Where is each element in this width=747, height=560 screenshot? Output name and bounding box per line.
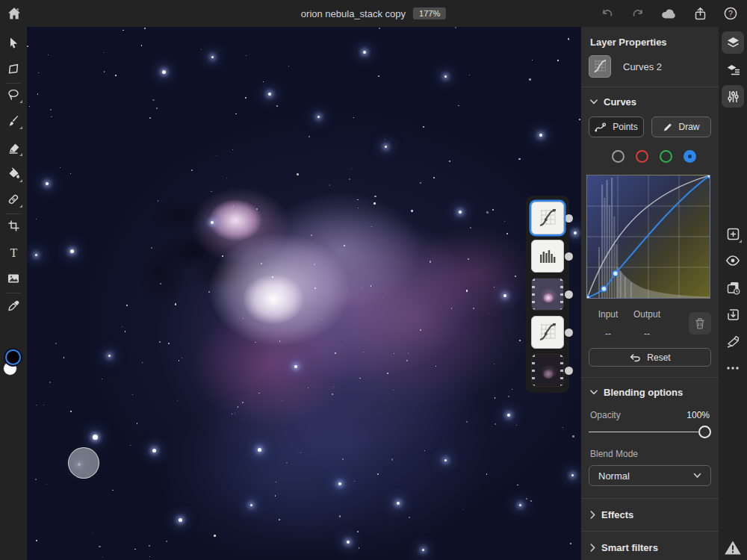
- eyedropper-tool[interactable]: [0, 294, 27, 317]
- trash-icon: [695, 318, 705, 329]
- delete-point-button[interactable]: [689, 312, 711, 335]
- draw-mode-button[interactable]: Draw: [651, 116, 711, 137]
- channel-red[interactable]: [636, 150, 648, 163]
- crop-tool[interactable]: [0, 214, 27, 237]
- redo-icon[interactable]: [630, 7, 645, 21]
- svg-text:?: ?: [728, 9, 733, 18]
- blend-mode-label: Blend Mode: [590, 449, 710, 459]
- taskbar: [719, 27, 747, 560]
- cloud-sync-icon[interactable]: [660, 5, 678, 22]
- adjustments-view-button[interactable]: [722, 85, 744, 108]
- lasso-select-tool[interactable]: [0, 84, 27, 106]
- layer-thumb-curves[interactable]: [531, 316, 564, 349]
- layer-handle[interactable]: [565, 252, 573, 261]
- duplicate-layer-button[interactable]: [722, 276, 744, 299]
- title-bar: orion nebula_stack copy 177% ?: [0, 0, 747, 27]
- svg-text:T: T: [10, 246, 17, 259]
- document-title: orion nebula_stack copy: [301, 8, 406, 19]
- photoshop-app: orion nebula_stack copy 177% ?: [0, 0, 747, 560]
- points-curve-icon: [595, 122, 607, 132]
- move-tool[interactable]: [0, 31, 27, 54]
- titlebar-actions: ?: [601, 0, 738, 27]
- opacity-value: 100%: [686, 410, 710, 420]
- star-field: [27, 27, 581, 560]
- curve-point[interactable]: [707, 175, 710, 178]
- curve-point[interactable]: [587, 295, 590, 298]
- layer-properties-panel: Layer Properties Curves 2 Curves Points …: [581, 27, 719, 560]
- layer-handle[interactable]: [565, 367, 573, 375]
- undo-icon[interactable]: [601, 7, 615, 21]
- smart-filters-section-header[interactable]: Smart filters: [589, 532, 711, 560]
- input-output-row: Input -- Output --: [589, 309, 711, 339]
- curve-point[interactable]: [613, 271, 618, 276]
- document-title-group: orion nebula_stack copy 177%: [301, 0, 446, 27]
- chevron-down-icon: [590, 99, 598, 105]
- fill-tool[interactable]: [0, 163, 27, 185]
- pencil-icon: [663, 122, 673, 132]
- reset-arrow-icon: [629, 353, 641, 362]
- place-image-tool[interactable]: [0, 267, 27, 290]
- output-readout: Output --: [627, 309, 666, 339]
- layer-handle[interactable]: [565, 214, 573, 223]
- more-options-button[interactable]: [722, 357, 744, 379]
- opacity-row: Opacity 100%: [590, 410, 710, 420]
- brush-tool[interactable]: [0, 110, 27, 132]
- reset-button[interactable]: Reset: [589, 348, 711, 367]
- curves-graph[interactable]: [586, 175, 710, 299]
- curve-point[interactable]: [601, 286, 607, 291]
- layer-strip: [526, 196, 569, 393]
- channel-blue-selected[interactable]: [684, 150, 696, 163]
- curves-mode-buttons: Points Draw: [589, 116, 711, 137]
- blend-mode-select[interactable]: Normal: [589, 465, 711, 486]
- layer-visibility-button[interactable]: [722, 249, 744, 272]
- healing-brush-tool[interactable]: [0, 188, 27, 211]
- document-canvas[interactable]: [27, 27, 581, 560]
- panel-title: Layer Properties: [589, 27, 711, 55]
- share-export-icon[interactable]: [693, 7, 707, 21]
- curves-section-header[interactable]: Curves: [589, 87, 711, 116]
- touch-shortcut-button[interactable]: [68, 447, 99, 479]
- chevron-right-icon: [590, 544, 595, 552]
- slider-knob[interactable]: [698, 426, 711, 438]
- layer-name: Curves 2: [623, 61, 662, 72]
- eraser-tool[interactable]: [0, 137, 27, 159]
- opacity-label: Opacity: [590, 410, 621, 420]
- layer-properties-view-button[interactable]: [722, 58, 744, 81]
- opacity-slider[interactable]: [589, 425, 711, 440]
- warning-indicator[interactable]: [719, 540, 747, 556]
- layer-thumb-image[interactable]: [531, 278, 564, 311]
- add-layer-button[interactable]: [722, 223, 744, 245]
- help-icon[interactable]: ?: [723, 6, 738, 21]
- layer-handle[interactable]: [565, 329, 573, 337]
- input-readout: Input --: [589, 309, 627, 339]
- layers-view-button[interactable]: [722, 31, 744, 54]
- layer-thumb-image-dark[interactable]: [531, 354, 564, 387]
- type-tool[interactable]: T: [0, 241, 27, 264]
- channel-rgb[interactable]: [612, 150, 624, 163]
- layer-thumb-levels[interactable]: [531, 240, 564, 273]
- channel-selector: [589, 150, 711, 163]
- blending-options-header[interactable]: Blending options: [589, 378, 711, 407]
- points-mode-button[interactable]: Points: [589, 116, 644, 137]
- home-icon[interactable]: [7, 6, 22, 21]
- chevron-down-icon: [590, 390, 598, 395]
- clip-mask-button[interactable]: [722, 330, 744, 352]
- channel-green[interactable]: [660, 150, 672, 163]
- effects-section-header[interactable]: Effects: [589, 499, 711, 531]
- layer-handle[interactable]: [565, 290, 573, 299]
- layer-thumb-curves-selected[interactable]: [531, 202, 564, 234]
- chevron-right-icon: [590, 511, 595, 519]
- zoom-level-badge[interactable]: 177%: [413, 7, 446, 19]
- chevron-down-icon: [693, 473, 701, 479]
- histogram: [598, 178, 710, 298]
- tool-bar: T: [0, 27, 27, 560]
- slider-track[interactable]: [589, 432, 708, 432]
- transform-tool[interactable]: [0, 57, 27, 80]
- foreground-color-chip[interactable]: [5, 349, 21, 365]
- curves-layer-thumb-icon: [589, 55, 611, 78]
- selected-layer-row[interactable]: Curves 2: [589, 55, 711, 87]
- send-to-button[interactable]: [722, 303, 744, 326]
